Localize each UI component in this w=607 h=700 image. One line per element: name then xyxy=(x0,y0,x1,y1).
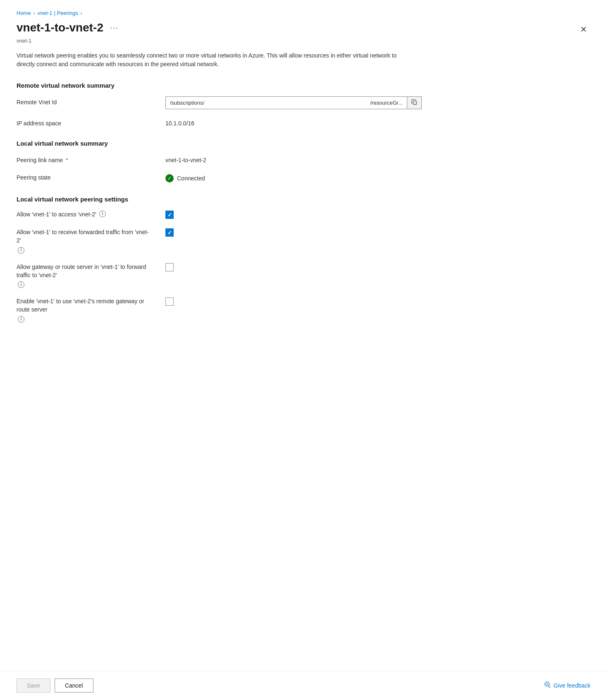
page-subtitle: vnet-1 xyxy=(17,38,590,44)
copy-vnet-id-button[interactable] xyxy=(407,97,421,109)
remote-vnet-id-box: /subscriptions/ /resourceGr... xyxy=(165,96,422,109)
peering-link-name-label: Peering link name * xyxy=(17,154,149,163)
allow-forwarded-info-icon: i xyxy=(18,247,24,254)
allow-gateway-checkbox[interactable] xyxy=(165,263,174,271)
vnet-id-start: /subscriptions/ xyxy=(170,100,204,106)
peering-state-text: Connected xyxy=(177,175,205,182)
local-settings-title: Local virtual network peering settings xyxy=(17,196,590,203)
footer: Save Cancel Give feedback xyxy=(0,671,607,700)
enable-gateway-checkbox[interactable] xyxy=(165,297,174,306)
breadcrumb-home[interactable]: Home xyxy=(17,10,31,16)
feedback-icon xyxy=(544,681,551,690)
close-button[interactable]: ✕ xyxy=(577,23,590,36)
required-marker: * xyxy=(66,157,68,163)
page-header: vnet-1-to-vnet-2 ··· ✕ xyxy=(17,21,590,36)
vnet-id-end: /resourceGr... xyxy=(370,100,403,106)
peering-link-name-value: vnet-1-to-vnet-2 xyxy=(165,154,206,163)
remote-vnet-section: Remote virtual network summary Remote Vn… xyxy=(17,82,590,127)
page-description: Virtual network peering enables you to s… xyxy=(17,51,413,69)
allow-access-label: Allow 'vnet-1' to access 'vnet-2' i xyxy=(17,210,149,218)
local-summary-section: Local virtual network summary Peering li… xyxy=(17,140,590,182)
peering-state-value: ✓ Connected xyxy=(165,172,205,182)
allow-access-checkbox[interactable] xyxy=(165,211,174,219)
breadcrumb-sep-1: › xyxy=(33,10,35,16)
peering-state-label: Peering state xyxy=(17,172,149,181)
remote-vnet-id-row: Remote Vnet Id /subscriptions/ /resource… xyxy=(17,96,590,109)
allow-gateway-label: Allow gateway or route server in 'vnet-1… xyxy=(17,263,149,288)
allow-access-info-icon: i xyxy=(99,211,106,217)
local-summary-title: Local virtual network summary xyxy=(17,140,590,147)
give-feedback-link[interactable]: Give feedback xyxy=(544,681,591,690)
peering-link-name-row: Peering link name * vnet-1-to-vnet-2 xyxy=(17,154,590,163)
connected-icon: ✓ xyxy=(165,174,174,182)
breadcrumb-sep-2: › xyxy=(81,10,82,16)
breadcrumb: Home › vnet-1 | Peerings › xyxy=(17,10,590,16)
footer-buttons: Save Cancel xyxy=(17,678,93,693)
ip-address-space-row: IP address space 10.1.0.0/16 xyxy=(17,117,590,127)
allow-gateway-info-icon: i xyxy=(18,281,24,288)
allow-forwarded-checkbox[interactable] xyxy=(165,228,174,237)
feedback-label: Give feedback xyxy=(554,682,591,689)
allow-forwarded-row: Allow 'vnet-1' to receive forwarded traf… xyxy=(17,228,590,254)
ellipsis-button[interactable]: ··· xyxy=(108,23,121,33)
breadcrumb-peerings[interactable]: vnet-1 | Peerings xyxy=(38,10,78,16)
svg-rect-0 xyxy=(413,101,416,104)
ip-address-space-value: 10.1.0.0/16 xyxy=(165,117,194,127)
enable-gateway-label: Enable 'vnet-1' to use 'vnet-2's remote … xyxy=(17,297,149,323)
enable-gateway-info-icon: i xyxy=(18,316,24,323)
local-peering-settings-section: Local virtual network peering settings A… xyxy=(17,196,590,323)
save-button[interactable]: Save xyxy=(17,678,50,693)
ip-address-space-label: IP address space xyxy=(17,117,149,127)
peering-state-row: Peering state ✓ Connected xyxy=(17,172,590,182)
remote-vnet-id-label: Remote Vnet Id xyxy=(17,96,149,105)
vnet-id-text: /subscriptions/ /resourceGr... xyxy=(166,97,407,108)
cancel-button[interactable]: Cancel xyxy=(55,678,93,693)
enable-gateway-row: Enable 'vnet-1' to use 'vnet-2's remote … xyxy=(17,297,590,323)
remote-section-title: Remote virtual network summary xyxy=(17,82,590,89)
page-title: vnet-1-to-vnet-2 xyxy=(17,21,103,34)
allow-gateway-row: Allow gateway or route server in 'vnet-1… xyxy=(17,263,590,288)
allow-forwarded-label: Allow 'vnet-1' to receive forwarded traf… xyxy=(17,228,149,254)
allow-access-row: Allow 'vnet-1' to access 'vnet-2' i xyxy=(17,210,590,219)
